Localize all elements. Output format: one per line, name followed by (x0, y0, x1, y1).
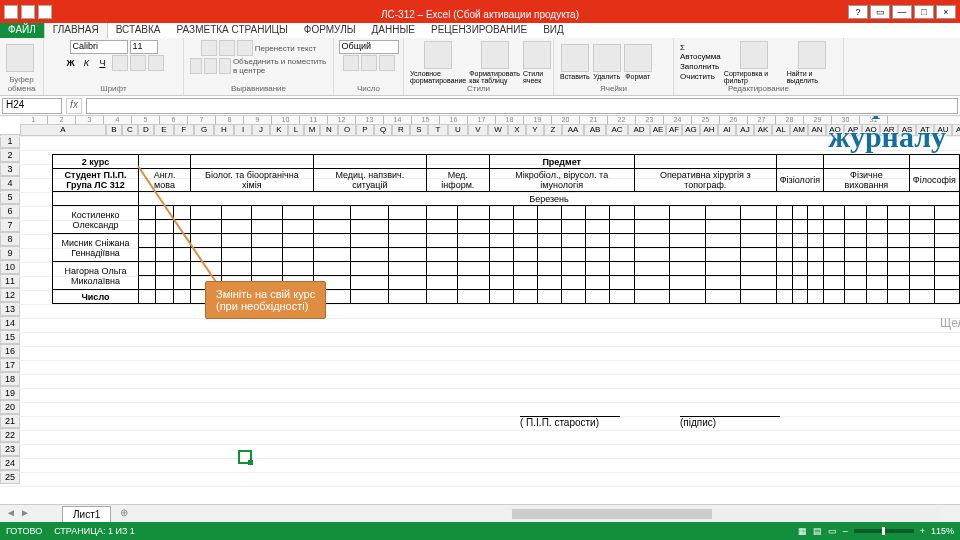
col-header[interactable]: A (20, 124, 106, 136)
wrap-text-button[interactable]: Перенести текст (255, 44, 317, 53)
tab-insert[interactable]: ВСТАВКА (108, 21, 169, 38)
tab-formulas[interactable]: ФОРМУЛЫ (296, 21, 364, 38)
col-header[interactable]: AA (562, 124, 584, 136)
col-header[interactable]: L (288, 124, 304, 136)
col-header[interactable]: I (234, 124, 252, 136)
row-header[interactable]: 19 (0, 386, 20, 400)
row-header[interactable]: 24 (0, 456, 20, 470)
format-table-icon[interactable] (481, 41, 509, 69)
undo-icon[interactable] (21, 5, 35, 19)
row-header[interactable]: 20 (0, 400, 20, 414)
align-left-icon[interactable] (190, 58, 202, 74)
name-box[interactable]: H24 (2, 98, 62, 114)
row-header[interactable]: 18 (0, 372, 20, 386)
sort-filter-icon[interactable] (740, 41, 768, 69)
col-header[interactable]: AE (650, 124, 666, 136)
zoom-in-icon[interactable]: + (920, 526, 925, 536)
col-header[interactable]: J (252, 124, 270, 136)
row-header[interactable]: 8 (0, 232, 20, 246)
number-format-select[interactable]: Общий (339, 40, 399, 54)
row-header[interactable]: 5 (0, 190, 20, 204)
cond-format-icon[interactable] (424, 41, 452, 69)
col-header[interactable]: D (138, 124, 154, 136)
col-header[interactable]: R (392, 124, 410, 136)
align-right-icon[interactable] (219, 58, 231, 74)
help-icon[interactable]: ? (848, 5, 868, 19)
col-header[interactable]: Z (544, 124, 562, 136)
col-header[interactable]: S (410, 124, 428, 136)
row-header[interactable]: 6 (0, 204, 20, 218)
currency-icon[interactable] (343, 55, 359, 71)
col-header[interactable]: AC (606, 124, 628, 136)
col-header[interactable]: AD (628, 124, 650, 136)
percent-icon[interactable] (361, 55, 377, 71)
minimize-icon[interactable]: — (892, 5, 912, 19)
horizontal-scrollbar[interactable] (510, 508, 940, 520)
col-header[interactable]: V (468, 124, 488, 136)
row-header[interactable]: 13 (0, 302, 20, 316)
formula-input[interactable] (86, 98, 958, 114)
col-header[interactable]: G (194, 124, 214, 136)
right-pane-hint[interactable]: Щелкните, чтобы доб (940, 316, 958, 330)
course-cell[interactable]: 2 курс (53, 155, 139, 169)
col-header[interactable]: U (448, 124, 468, 136)
close-icon[interactable]: × (936, 5, 956, 19)
find-select-icon[interactable] (798, 41, 826, 69)
row-header[interactable]: 17 (0, 358, 20, 372)
redo-icon[interactable] (38, 5, 52, 19)
row-header[interactable]: 22 (0, 428, 20, 442)
align-bot-icon[interactable] (237, 40, 253, 56)
clear-button[interactable]: Очистить (680, 72, 721, 81)
row-header[interactable]: 1 (0, 134, 20, 148)
col-header[interactable]: AF (666, 124, 682, 136)
col-header[interactable]: M (304, 124, 320, 136)
journal-table[interactable]: 2 курс Предмет Студент П.І.П. Група ЛС 3… (52, 154, 960, 304)
align-top-icon[interactable] (201, 40, 217, 56)
row-header[interactable]: 12 (0, 288, 20, 302)
col-header[interactable]: B (106, 124, 122, 136)
row-header[interactable]: 16 (0, 344, 20, 358)
col-header[interactable]: W (488, 124, 508, 136)
autosum-button[interactable]: Σ Автосумма (680, 43, 721, 61)
italic-button[interactable]: К (80, 56, 94, 70)
row-header[interactable]: 25 (0, 470, 20, 484)
maximize-icon[interactable]: □ (914, 5, 934, 19)
align-center-icon[interactable] (204, 58, 216, 74)
row-header[interactable]: 10 (0, 260, 20, 274)
format-cells-icon[interactable] (624, 44, 652, 72)
tab-file[interactable]: ФАЙЛ (0, 21, 44, 38)
col-header[interactable]: X (508, 124, 526, 136)
align-mid-icon[interactable] (219, 40, 235, 56)
row-header[interactable]: 7 (0, 218, 20, 232)
row-header[interactable]: 11 (0, 274, 20, 288)
sheet-add-icon[interactable]: ⊕ (117, 507, 131, 521)
font-color-icon[interactable] (148, 55, 164, 71)
font-size-select[interactable]: 11 (130, 40, 158, 54)
cell-styles-icon[interactable] (523, 41, 551, 69)
paste-icon[interactable] (6, 44, 34, 72)
row-header[interactable]: 21 (0, 414, 20, 428)
zoom-slider[interactable] (854, 529, 914, 533)
row-header[interactable]: 2 (0, 148, 20, 162)
row-header[interactable]: 14 (0, 316, 20, 330)
col-header[interactable]: F (174, 124, 194, 136)
col-header[interactable]: K (270, 124, 288, 136)
tab-view[interactable]: ВИД (535, 21, 572, 38)
merge-button[interactable]: Объединить и поместить в центре (233, 57, 327, 75)
save-icon[interactable] (4, 5, 18, 19)
bold-button[interactable]: Ж (64, 56, 78, 70)
col-header[interactable]: O (338, 124, 356, 136)
fill-color-icon[interactable] (130, 55, 146, 71)
border-icon[interactable] (112, 55, 128, 71)
insert-cells-icon[interactable] (561, 44, 589, 72)
font-name-select[interactable]: Calibri (70, 40, 128, 54)
row-header[interactable]: 3 (0, 162, 20, 176)
col-header[interactable]: N (320, 124, 338, 136)
col-header[interactable]: Y (526, 124, 544, 136)
ribbon-opts-icon[interactable]: ▭ (870, 5, 890, 19)
sheet-tab-1[interactable]: Лист1 (62, 506, 111, 522)
view-break-icon[interactable]: ▭ (828, 526, 837, 536)
sheet-next-icon[interactable]: ► (18, 507, 32, 521)
underline-button[interactable]: Ч (96, 56, 110, 70)
view-normal-icon[interactable]: ▦ (798, 526, 807, 536)
